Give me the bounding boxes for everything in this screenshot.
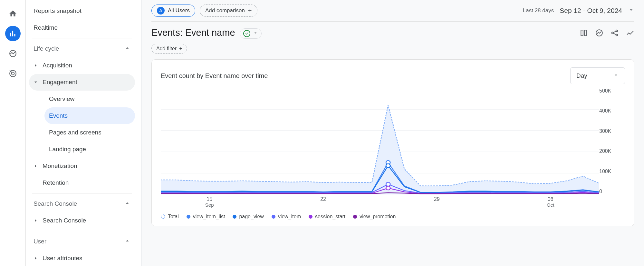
quality-dropdown[interactable] bbox=[240, 28, 262, 39]
chart-card: Event count by Event name over time Day … bbox=[151, 59, 634, 226]
x-tick: 29 bbox=[434, 196, 440, 202]
sidebar-engagement[interactable]: Engagement bbox=[29, 74, 135, 91]
legend-item[interactable]: page_view bbox=[233, 214, 264, 220]
chevron-down-icon bbox=[628, 7, 634, 15]
caret-right-icon bbox=[34, 164, 39, 168]
legend-item[interactable]: view_promotion bbox=[353, 214, 396, 220]
chip-add-comparison[interactable]: Add comparison + bbox=[200, 5, 257, 17]
reports-icon[interactable] bbox=[5, 26, 21, 41]
explore-icon[interactable] bbox=[5, 46, 21, 61]
legend-dot bbox=[161, 214, 165, 219]
add-filter-chip[interactable]: Add filter + bbox=[151, 44, 187, 54]
sidebar-section-search-console[interactable]: Search Console bbox=[29, 195, 135, 212]
sidebar-item-label: Reports snapshot bbox=[34, 7, 82, 15]
caret-right-icon bbox=[34, 218, 39, 223]
sidebar-realtime[interactable]: Realtime bbox=[29, 19, 135, 36]
x-tick: 06Oct bbox=[547, 196, 554, 208]
sidebar-user-attributes[interactable]: User attributes bbox=[29, 250, 135, 266]
sidebar-section-user[interactable]: User bbox=[29, 233, 135, 250]
sidebar-overview[interactable]: Overview bbox=[44, 91, 135, 107]
y-tick: 100K bbox=[599, 169, 625, 174]
main-content: A All Users Add comparison + Last 28 day… bbox=[142, 0, 644, 266]
y-tick: 300K bbox=[599, 128, 625, 134]
chevron-up-icon bbox=[124, 200, 130, 208]
sidebar-acquisition[interactable]: Acquisition bbox=[29, 57, 135, 74]
svg-point-2 bbox=[11, 72, 14, 75]
edit-icon[interactable] bbox=[626, 29, 634, 38]
plus-icon: + bbox=[248, 7, 252, 15]
legend-dot bbox=[187, 215, 190, 219]
chart-plot: 15Sep222906Oct bbox=[161, 88, 599, 211]
chevron-down-icon bbox=[253, 30, 258, 37]
sidebar-events[interactable]: Events bbox=[44, 107, 135, 124]
date-range-picker[interactable]: Last 28 days Sep 12 - Oct 9, 2024 bbox=[523, 7, 634, 15]
chip-all-users[interactable]: A All Users bbox=[151, 5, 195, 17]
svg-line-9 bbox=[613, 31, 616, 32]
y-axis: 500K400K300K200K100K0 bbox=[599, 88, 625, 194]
y-tick: 0 bbox=[599, 189, 625, 194]
share-icon[interactable] bbox=[610, 29, 619, 38]
y-tick: 400K bbox=[599, 108, 625, 114]
topbar: A All Users Add comparison + Last 28 day… bbox=[151, 0, 634, 22]
sidebar-landing-page[interactable]: Landing page bbox=[44, 141, 135, 158]
sidebar-retention[interactable]: Retention bbox=[29, 174, 135, 191]
sidebar-reports-snapshot[interactable]: Reports snapshot bbox=[29, 3, 135, 19]
sidebar: Reports snapshot Realtime Life cycle Acq… bbox=[26, 0, 142, 266]
legend-dot bbox=[309, 215, 312, 219]
plus-icon: + bbox=[179, 46, 182, 52]
card-title: Event count by Event name over time bbox=[161, 72, 268, 80]
sidebar-item-label: Realtime bbox=[34, 24, 58, 31]
svg-point-20 bbox=[386, 186, 390, 190]
insights-icon[interactable] bbox=[595, 29, 603, 38]
legend-item[interactable]: view_item bbox=[272, 214, 301, 220]
y-tick: 500K bbox=[599, 88, 625, 94]
x-tick: 15Sep bbox=[205, 196, 214, 208]
customize-icon[interactable] bbox=[580, 29, 588, 38]
caret-right-icon bbox=[34, 256, 39, 261]
caret-down-icon bbox=[34, 80, 39, 84]
legend-item[interactable]: view_item_list bbox=[187, 214, 225, 220]
x-tick: 22 bbox=[320, 196, 326, 202]
sidebar-pages-screens[interactable]: Pages and screens bbox=[44, 124, 135, 141]
chart-legend: Totalview_item_listpage_viewview_itemses… bbox=[161, 211, 625, 220]
svg-point-19 bbox=[386, 182, 390, 186]
chevron-up-icon bbox=[124, 238, 130, 246]
home-icon[interactable] bbox=[5, 6, 21, 21]
sidebar-section-life-cycle[interactable]: Life cycle bbox=[29, 40, 135, 57]
check-icon bbox=[243, 30, 250, 37]
sidebar-search-console[interactable]: Search Console bbox=[29, 212, 135, 229]
page-title[interactable]: Events: Event name bbox=[151, 27, 235, 39]
svg-rect-3 bbox=[581, 30, 583, 35]
granularity-select[interactable]: Day bbox=[570, 67, 625, 84]
y-tick: 200K bbox=[599, 148, 625, 154]
legend-item[interactable]: Total bbox=[161, 214, 179, 220]
legend-dot bbox=[233, 215, 236, 219]
legend-dot bbox=[353, 215, 357, 219]
sidebar-monetization[interactable]: Monetization bbox=[29, 158, 135, 174]
legend-dot bbox=[272, 215, 275, 219]
caret-right-icon bbox=[34, 63, 39, 68]
chevron-down-icon bbox=[613, 72, 619, 80]
svg-line-10 bbox=[613, 33, 616, 34]
legend-item[interactable]: session_start bbox=[309, 214, 345, 220]
svg-point-18 bbox=[386, 164, 390, 168]
chip-badge: A bbox=[157, 7, 165, 15]
chevron-up-icon bbox=[124, 45, 130, 53]
nav-rail bbox=[0, 0, 26, 266]
svg-rect-4 bbox=[584, 30, 587, 35]
advertising-icon[interactable] bbox=[5, 66, 21, 81]
